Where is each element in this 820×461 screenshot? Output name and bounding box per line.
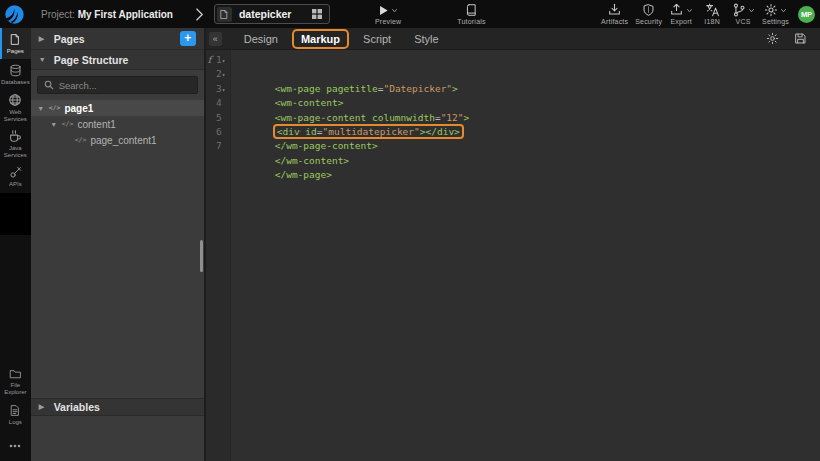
chevron-down-icon[interactable] [686, 7, 693, 14]
line-number-gutter: f 1 ▾ 2 ▾ 3 ▾ 4 5 6 7 [206, 50, 231, 461]
panel-scrollbar[interactable] [200, 240, 203, 272]
tab-design[interactable]: Design [237, 31, 285, 47]
widget-code-icon: </> [75, 136, 87, 144]
tree-node-content1[interactable]: ▼ </> content1 [31, 116, 204, 132]
code-line-2[interactable]: ···· <wm-content> [235, 67, 820, 81]
rail-top-group: Pages Databases Web Services Java Servic… [0, 28, 31, 193]
sidebar-item-apis[interactable]: APIs [0, 162, 31, 193]
variables-header[interactable]: ▶ Variables [31, 398, 204, 416]
topbar-center-actions: Preview Tutorials [373, 0, 488, 28]
tutorials-label: Tutorials [457, 18, 485, 25]
sidebar-item-logs[interactable]: Logs [0, 399, 31, 430]
page-file-icon [217, 7, 232, 22]
log-icon [9, 404, 21, 417]
main-area: Pages Databases Web Services Java Servic… [0, 28, 820, 461]
page-tab-datepicker[interactable]: datepicker [214, 4, 330, 24]
sidebar-item-more[interactable] [0, 430, 31, 461]
save-icon [794, 32, 807, 45]
pages-icon [9, 33, 21, 46]
translate-icon [705, 3, 720, 17]
code-line-1[interactable]: <wm-page pagetitle="Datepicker"> [235, 53, 820, 67]
pages-header-label: Pages [54, 33, 85, 45]
topbar-action-settings[interactable]: Settings [760, 4, 791, 25]
panel-empty-area [31, 148, 204, 398]
wavemaker-studio: Project: My First Application datepicker… [0, 0, 820, 461]
widget-tree: ▼ </> page1 ▼ </> content1 </> page_cont… [31, 100, 204, 148]
sidebar-item-label: Java Services [1, 145, 30, 159]
fold-arrow-icon[interactable]: ▾ [222, 83, 230, 97]
topbar-action-label: Export [670, 18, 691, 25]
sidebar-item-label: File Explorer [1, 382, 30, 396]
editor-settings-button[interactable] [763, 32, 782, 45]
topbar-action-vcs[interactable]: VCS [729, 4, 757, 25]
pages-header[interactable]: ▶ Pages + [31, 28, 204, 50]
coffee-icon [8, 129, 22, 143]
tab-style[interactable]: Style [407, 31, 445, 47]
chevron-down-icon[interactable] [780, 7, 787, 14]
breadcrumb-chevron-icon [195, 8, 204, 21]
chevron-down-icon[interactable] [748, 7, 755, 14]
tab-script[interactable]: Script [356, 31, 398, 47]
folder-icon [9, 368, 22, 380]
shield-icon [642, 3, 655, 17]
line-number-5: 5 [206, 111, 230, 125]
sidebar-item-databases[interactable]: Databases [0, 59, 31, 90]
rail-bottom-group: File Explorer Logs [0, 365, 31, 461]
topbar-action-label: Security [635, 18, 662, 25]
chevron-down-icon[interactable]: ▼ [37, 105, 45, 112]
fold-arrow-icon[interactable]: ▾ [222, 54, 230, 68]
project-title: Project: My First Application [41, 9, 173, 20]
download-icon [607, 3, 622, 17]
user-avatar[interactable]: MP [798, 6, 815, 23]
sidebar-item-label: APIs [9, 181, 22, 188]
topbar-action-i18n[interactable]: I18N [698, 4, 726, 25]
branch-icon [732, 3, 746, 17]
tab-markup[interactable]: Markup [294, 31, 347, 47]
database-icon [9, 64, 22, 77]
chevron-down-icon[interactable] [391, 7, 398, 14]
panel-bottom-area [31, 416, 204, 461]
sidebar-item-file-explorer[interactable]: File Explorer [0, 365, 31, 399]
format-marker: f [208, 53, 212, 67]
topbar-action-artifacts[interactable]: Artifacts [599, 4, 630, 25]
topbar-action-export[interactable]: Export [667, 4, 695, 25]
tutorials-button[interactable]: Tutorials [455, 4, 487, 25]
add-page-button[interactable]: + [180, 31, 196, 46]
widget-code-icon: </> [49, 104, 61, 112]
tree-node-page1[interactable]: ▼ </> page1 [31, 100, 204, 116]
search-input[interactable] [59, 80, 191, 91]
line-number-2: 2 ▾ [206, 67, 230, 81]
collapse-panel-button[interactable]: « [209, 32, 222, 46]
grid-icon[interactable] [312, 9, 322, 19]
fold-arrow-icon[interactable]: ▾ [222, 68, 230, 82]
wavemaker-logo-icon[interactable] [0, 0, 28, 28]
tree-node-label: page_content1 [90, 135, 156, 146]
chevron-down-icon[interactable]: ▼ [50, 121, 58, 128]
ellipsis-icon [9, 444, 21, 448]
topbar-action-security[interactable]: Security [633, 4, 664, 25]
tree-node-page-content1[interactable]: </> page_content1 [31, 132, 204, 148]
line-number-1: f 1 ▾ [206, 53, 230, 67]
top-bar: Project: My First Application datepicker… [0, 0, 820, 28]
rail-fill [0, 235, 31, 366]
indent-whitespace: ············ [275, 112, 344, 123]
sidebar-item-pages[interactable]: Pages [0, 28, 31, 59]
tree-node-label: page1 [64, 103, 93, 114]
markup-editor: « DesignMarkupScriptStyle f 1 ▾ 2 ▾ 3 ▾ … [206, 28, 820, 461]
chevron-right-icon: ▶ [39, 35, 47, 43]
save-button[interactable] [791, 32, 810, 45]
globe-icon [8, 93, 22, 107]
sidebar-item-java-services[interactable]: Java Services [0, 126, 31, 162]
preview-button[interactable]: Preview [373, 4, 403, 25]
sidebar-item-web-services[interactable]: Web Services [0, 90, 31, 126]
page-structure-header[interactable]: ▼ Page Structure [31, 50, 204, 70]
left-rail: Pages Databases Web Services Java Servic… [0, 28, 31, 461]
project-label: Project: [41, 9, 75, 20]
code-content: <wm-page pagetitle="Datepicker"> ···· <w… [231, 50, 820, 461]
code-editor[interactable]: f 1 ▾ 2 ▾ 3 ▾ 4 5 6 7 [206, 50, 820, 461]
line-number-4: 4 [206, 96, 230, 110]
tree-node-label: content1 [77, 119, 115, 130]
line-number-text: 4 [216, 97, 222, 108]
line-number-text: 5 [216, 112, 222, 123]
topbar-right-actions: Artifacts Security Export I18N VCS Setti… [599, 0, 815, 28]
